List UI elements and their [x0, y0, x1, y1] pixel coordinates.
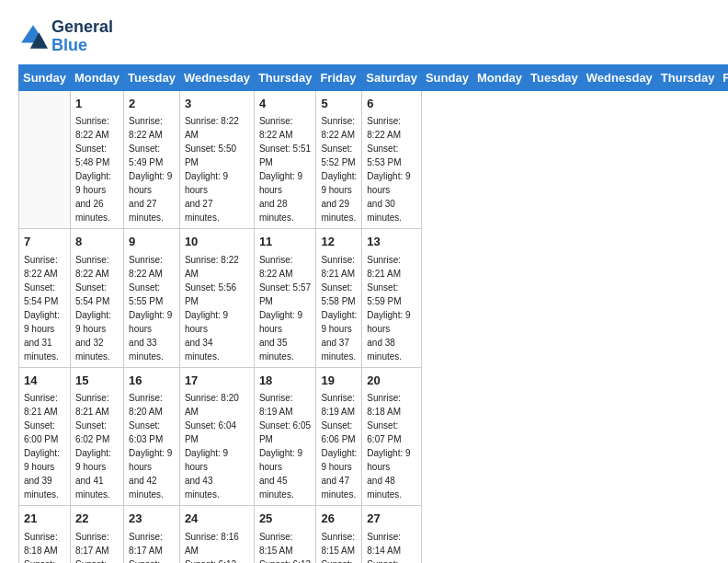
day-info-line: and 35 minutes.	[259, 336, 312, 363]
day-info-line: and 41 minutes.	[75, 474, 119, 501]
day-number: 5	[321, 95, 357, 113]
day-info-line: Sunrise: 8:20 AM	[129, 391, 175, 419]
day-info: Sunrise: 8:15 AMSunset: 6:14 PMDaylight:…	[321, 530, 357, 563]
day-info-line: Sunset: 5:58 PM	[321, 281, 357, 308]
day-info-line: and 30 minutes.	[367, 197, 416, 224]
day-info-line: Sunrise: 8:22 AM	[129, 114, 175, 142]
day-number: 27	[367, 510, 416, 528]
day-number: 19	[321, 372, 357, 390]
calendar-cell: 17Sunrise: 8:20 AMSunset: 6:04 PMDayligh…	[179, 367, 254, 506]
day-info-line: and 43 minutes.	[185, 474, 249, 501]
day-info: Sunrise: 8:15 AMSunset: 6:13 PMDaylight:…	[259, 530, 312, 563]
day-info-line: and 27 minutes.	[185, 197, 249, 224]
header-day-thursday: Thursday	[254, 64, 316, 90]
day-info-line: Sunrise: 8:22 AM	[321, 114, 357, 142]
day-number: 23	[129, 510, 175, 528]
day-number: 8	[75, 233, 119, 251]
header-day-wednesday: Wednesday	[179, 64, 254, 90]
day-info: Sunrise: 8:19 AMSunset: 6:06 PMDaylight:…	[321, 391, 357, 501]
day-info-line: Sunset: 6:12 PM	[185, 557, 249, 563]
calendar-header-row: SundayMondayTuesdayWednesdayThursdayFrid…	[19, 64, 729, 90]
calendar-cell: 20Sunrise: 8:18 AMSunset: 6:07 PMDayligh…	[362, 367, 422, 506]
day-info-line: Sunrise: 8:22 AM	[24, 253, 65, 281]
page-header: General Blue	[18, 18, 710, 55]
day-info-line: Daylight: 9 hours	[129, 308, 175, 336]
day-info: Sunrise: 8:22 AMSunset: 5:48 PMDaylight:…	[75, 114, 119, 224]
day-info-line: and 38 minutes.	[367, 336, 416, 363]
day-info: Sunrise: 8:17 AMSunset: 6:09 PMDaylight:…	[75, 530, 119, 563]
day-info-line: Daylight: 9 hours	[367, 446, 416, 474]
day-number: 22	[75, 510, 119, 528]
day-info-line: Sunrise: 8:19 AM	[321, 391, 357, 419]
day-info-line: Sunset: 6:09 PM	[75, 557, 119, 563]
day-info-line: Daylight: 9 hours	[185, 446, 249, 474]
day-info-line: Daylight: 9 hours	[129, 446, 175, 474]
day-info-line: Sunrise: 8:22 AM	[75, 253, 119, 281]
day-info: Sunrise: 8:22 AMSunset: 5:55 PMDaylight:…	[129, 253, 175, 363]
day-number: 26	[321, 510, 357, 528]
day-info-line: Sunset: 6:07 PM	[367, 419, 416, 446]
calendar-cell: 25Sunrise: 8:15 AMSunset: 6:13 PMDayligh…	[254, 506, 316, 563]
calendar-cell: 11Sunrise: 8:22 AMSunset: 5:57 PMDayligh…	[254, 229, 316, 368]
calendar-cell: 13Sunrise: 8:21 AMSunset: 5:59 PMDayligh…	[362, 229, 422, 368]
day-info: Sunrise: 8:16 AMSunset: 6:12 PMDaylight:…	[185, 530, 249, 563]
header-cell-thursday: Thursday	[656, 64, 719, 90]
day-info-line: Sunset: 5:50 PM	[185, 142, 249, 169]
day-info-line: Sunrise: 8:22 AM	[75, 114, 119, 142]
day-number: 6	[367, 95, 416, 113]
calendar-week-row: 21Sunrise: 8:18 AMSunset: 6:08 PMDayligh…	[19, 506, 729, 563]
day-number: 21	[24, 510, 65, 528]
day-number: 12	[321, 233, 357, 251]
day-number: 9	[129, 233, 175, 251]
day-info-line: Sunrise: 8:22 AM	[259, 114, 312, 142]
day-info-line: Daylight: 9 hours	[75, 169, 119, 197]
header-day-friday: Friday	[316, 64, 362, 90]
day-info-line: Daylight: 9 hours	[185, 308, 249, 336]
calendar-cell: 6Sunrise: 8:22 AMSunset: 5:53 PMDaylight…	[362, 90, 422, 229]
day-info-line: Sunset: 5:54 PM	[75, 281, 119, 308]
day-info-line: and 31 minutes.	[24, 336, 65, 363]
day-info: Sunrise: 8:22 AMSunset: 5:52 PMDaylight:…	[321, 114, 357, 224]
day-info-line: Daylight: 9 hours	[321, 446, 357, 474]
day-info: Sunrise: 8:14 AMSunset: 6:15 PMDaylight:…	[367, 530, 416, 563]
day-info-line: Daylight: 9 hours	[24, 308, 65, 336]
day-info-line: and 34 minutes.	[185, 336, 249, 363]
header-cell-wednesday: Wednesday	[582, 64, 656, 90]
day-info-line: Sunset: 6:05 PM	[259, 419, 312, 446]
calendar-cell: 24Sunrise: 8:16 AMSunset: 6:12 PMDayligh…	[179, 506, 254, 563]
header-cell-tuesday: Tuesday	[527, 64, 583, 90]
day-info: Sunrise: 8:18 AMSunset: 6:08 PMDaylight:…	[24, 530, 65, 563]
day-number: 4	[259, 95, 312, 113]
day-info-line: Sunrise: 8:22 AM	[129, 253, 175, 281]
day-info-line: Daylight: 9 hours	[129, 169, 175, 197]
calendar-cell: 19Sunrise: 8:19 AMSunset: 6:06 PMDayligh…	[316, 367, 362, 506]
day-info-line: Sunrise: 8:22 AM	[259, 253, 312, 281]
day-info: Sunrise: 8:22 AMSunset: 5:56 PMDaylight:…	[185, 253, 249, 363]
header-day-sunday: Sunday	[19, 64, 71, 90]
calendar-cell: 7Sunrise: 8:22 AMSunset: 5:54 PMDaylight…	[19, 229, 71, 368]
day-info-line: Sunrise: 8:15 AM	[321, 530, 357, 557]
calendar-cell: 5Sunrise: 8:22 AMSunset: 5:52 PMDaylight…	[316, 90, 362, 229]
day-info-line: Sunset: 6:10 PM	[129, 557, 175, 563]
calendar-cell: 15Sunrise: 8:21 AMSunset: 6:02 PMDayligh…	[70, 367, 123, 506]
day-number: 10	[185, 233, 249, 251]
day-info-line: Sunrise: 8:20 AM	[185, 391, 249, 419]
day-info: Sunrise: 8:22 AMSunset: 5:54 PMDaylight:…	[24, 253, 65, 363]
day-info-line: Sunrise: 8:22 AM	[185, 114, 249, 142]
day-info-line: Daylight: 9 hours	[75, 308, 119, 336]
header-day-monday: Monday	[70, 64, 123, 90]
calendar-cell: 22Sunrise: 8:17 AMSunset: 6:09 PMDayligh…	[70, 506, 123, 563]
day-info-line: Sunset: 5:51 PM	[259, 142, 312, 169]
day-number: 3	[185, 95, 249, 113]
day-info-line: Sunrise: 8:16 AM	[185, 530, 249, 557]
logo: General Blue	[18, 18, 113, 55]
logo-text-line1: General	[51, 18, 113, 37]
calendar-cell: 9Sunrise: 8:22 AMSunset: 5:55 PMDaylight…	[124, 229, 180, 368]
calendar-table: SundayMondayTuesdayWednesdayThursdayFrid…	[18, 64, 728, 563]
day-number: 14	[24, 372, 65, 390]
day-info-line: Sunrise: 8:14 AM	[367, 530, 416, 557]
day-number: 7	[24, 233, 65, 251]
calendar-cell: 18Sunrise: 8:19 AMSunset: 6:05 PMDayligh…	[254, 367, 316, 506]
header-day-saturday: Saturday	[362, 64, 422, 90]
day-number: 16	[129, 372, 175, 390]
